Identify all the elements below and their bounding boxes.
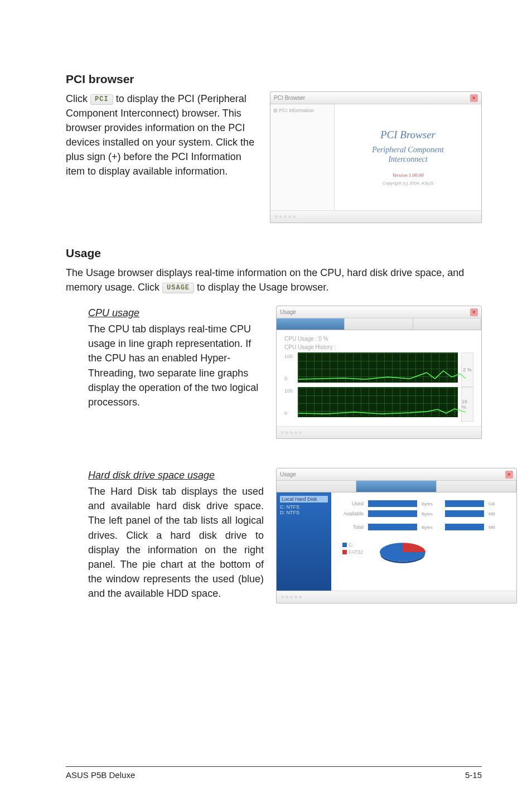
hdd-tree-item[interactable]: D: NTFS xyxy=(280,510,328,515)
usage-intro: The Usage browser displays real-time inf… xyxy=(66,265,482,294)
tab-cpu[interactable] xyxy=(277,318,345,330)
pci-tree-panel[interactable]: ⊞ PCI Information xyxy=(270,104,335,210)
page-footer: ASUS P5B Deluxe 5-15 xyxy=(66,766,482,780)
pci-text-before: Click xyxy=(66,93,90,104)
footer-right: 5-15 xyxy=(465,770,482,780)
pci-button-icon: PCI xyxy=(90,94,113,105)
cpu-window-title: Usage xyxy=(280,309,296,315)
usage-button-icon: USAGE xyxy=(162,283,194,293)
hdd-window-footer xyxy=(277,591,516,603)
hdd-unit: Bytes xyxy=(422,501,441,506)
cpu-usage-textcol: CPU usage The CPU tab displays real-time… xyxy=(88,306,264,409)
pci-window-body: ⊞ PCI Information PCI Browser Peripheral… xyxy=(270,104,481,210)
hdd-window-title: Usage xyxy=(280,471,296,477)
hdd-tree-item[interactable]: C: NTFS xyxy=(280,504,328,510)
page-content: PCI browser Click PCI to display the PCI… xyxy=(0,0,532,603)
hdd-row-used: Used Bytes GB xyxy=(340,500,507,507)
tab-hdd[interactable] xyxy=(345,318,413,330)
pci-screenshot-col: PCI Browser ✕ ⊞ PCI Information PCI Brow… xyxy=(270,91,482,223)
hdd-label: Used xyxy=(340,501,364,506)
hdd-label: Total xyxy=(340,524,364,530)
pci-main-panel: PCI Browser Peripheral Component Interco… xyxy=(335,104,481,210)
cpu-history-label: CPU Usage History : xyxy=(284,344,473,350)
pci-text-after: to display the PCI (Peripheral Component… xyxy=(66,93,254,177)
hdd-bar xyxy=(368,510,417,517)
cpu-graph-row-1: 100 0 2 % xyxy=(284,352,473,387)
hdd-main-panel: Used Bytes GB Available Bytes MB xyxy=(331,492,516,591)
pci-row: Click PCI to display the PCI (Peripheral… xyxy=(66,91,482,223)
hdd-unit2: MB xyxy=(489,511,507,516)
pci-main-title: PCI Browser xyxy=(380,129,436,141)
cpu-window-titlebar: Usage ✕ xyxy=(277,306,481,318)
hdd-bar2 xyxy=(445,500,484,507)
hdd-label: Available xyxy=(340,511,364,516)
hdd-bar xyxy=(368,500,417,507)
cpu-scale: 100 0 xyxy=(284,352,294,387)
hdd-unit: Bytes xyxy=(422,525,441,530)
hdd-usage-text: The Hard Disk tab displays the used and … xyxy=(88,486,264,599)
hdd-usage-block: Hard disk drive space usage The Hard Dis… xyxy=(66,468,482,603)
scale-bot: 0 xyxy=(284,410,294,416)
pci-heading: PCI browser xyxy=(66,73,482,86)
hdd-bar2 xyxy=(445,510,484,517)
cpu-trace-1 xyxy=(298,369,466,380)
pci-window-titlebar: PCI Browser ✕ xyxy=(270,92,481,104)
legend-item: C: xyxy=(342,542,363,548)
cpu-usage-subheading: CPU usage xyxy=(88,306,264,320)
pci-subtitle: Peripheral Component Interconnect xyxy=(372,146,444,165)
cpu-graph-2 xyxy=(298,387,458,417)
tab-memory[interactable] xyxy=(413,318,481,330)
hdd-usage-imgcol: Usage ✕ Local Hard Disk C: NTFS D: NTFS xyxy=(276,468,517,603)
hdd-body: Local Hard Disk C: NTFS D: NTFS Used Byt… xyxy=(277,492,516,591)
cpu-trace-2 xyxy=(298,404,466,415)
usage-tabs xyxy=(277,481,516,492)
pci-copyright: Copyright (c) 2004, ASUS xyxy=(383,181,434,186)
usage-tabs xyxy=(277,318,481,330)
hdd-row-avail: Available Bytes MB xyxy=(340,510,507,517)
hdd-tree-header: Local Hard Disk xyxy=(280,496,328,503)
footer-left: ASUS P5B Deluxe xyxy=(66,770,135,780)
tab-cpu[interactable] xyxy=(277,481,356,492)
scale-top: 100 xyxy=(284,388,294,394)
usage-heading: Usage xyxy=(66,247,482,260)
pie-chart-icon xyxy=(380,543,425,561)
cpu-scale: 100 0 xyxy=(284,387,294,422)
cpu-window-footer xyxy=(277,426,481,438)
cpu-usage-imgcol: Usage ✕ CPU Usage : 0 % CPU Usage Histor… xyxy=(276,306,482,439)
legend-text: FAT32 xyxy=(349,549,363,555)
cpu-graph-1 xyxy=(298,352,458,383)
cpu-usage-block: CPU usage The CPU tab displays real-time… xyxy=(66,306,482,439)
pci-text: Click PCI to display the PCI (Peripheral… xyxy=(66,91,260,179)
pci-subtitle-l2: Interconnect xyxy=(388,155,427,163)
hdd-tree-panel[interactable]: Local Hard Disk C: NTFS D: NTFS xyxy=(277,492,331,591)
legend-item: FAT32 xyxy=(342,549,363,555)
close-icon[interactable]: ✕ xyxy=(505,471,513,479)
pci-tree-label: PCI Information xyxy=(279,108,315,113)
tab-hdd[interactable] xyxy=(356,481,436,492)
close-icon[interactable]: ✕ xyxy=(470,94,478,102)
cpu-usage-value: CPU Usage : 0 % xyxy=(284,336,473,342)
cpu-body: CPU Usage : 0 % CPU Usage History : 100 … xyxy=(277,330,481,426)
cpu-screenshot: Usage ✕ CPU Usage : 0 % CPU Usage Histor… xyxy=(276,306,482,439)
hdd-bar xyxy=(368,524,417,530)
pci-version: Version 1.00.00 xyxy=(392,172,423,178)
close-icon[interactable]: ✕ xyxy=(470,308,478,316)
hdd-window-titlebar: Usage ✕ xyxy=(277,468,516,481)
usage-text-after: to display the Usage browser. xyxy=(197,282,328,293)
pci-screenshot: PCI Browser ✕ ⊞ PCI Information PCI Brow… xyxy=(270,91,482,223)
tab-memory[interactable] xyxy=(437,481,516,492)
hdd-bar2 xyxy=(445,524,484,530)
hdd-unit2: GB xyxy=(489,501,507,506)
scale-top: 100 xyxy=(284,354,294,359)
legend-text: C: xyxy=(349,542,354,548)
hdd-usage-subheading: Hard disk drive space usage xyxy=(88,468,264,482)
scale-bot: 0 xyxy=(284,376,294,381)
pci-subtitle-l1: Peripheral Component xyxy=(372,146,444,154)
hdd-unit: Bytes xyxy=(422,511,441,516)
hdd-row-total: Total Bytes MB xyxy=(340,524,507,530)
hdd-unit2: MB xyxy=(489,525,507,530)
hdd-legend: C: FAT32 xyxy=(342,542,363,555)
cpu-usage-text: The CPU tab displays real-time CPU usage… xyxy=(88,323,258,407)
hdd-usage-textcol: Hard disk drive space usage The Hard Dis… xyxy=(88,468,264,601)
hdd-screenshot: Usage ✕ Local Hard Disk C: NTFS D: NTFS xyxy=(276,468,517,603)
